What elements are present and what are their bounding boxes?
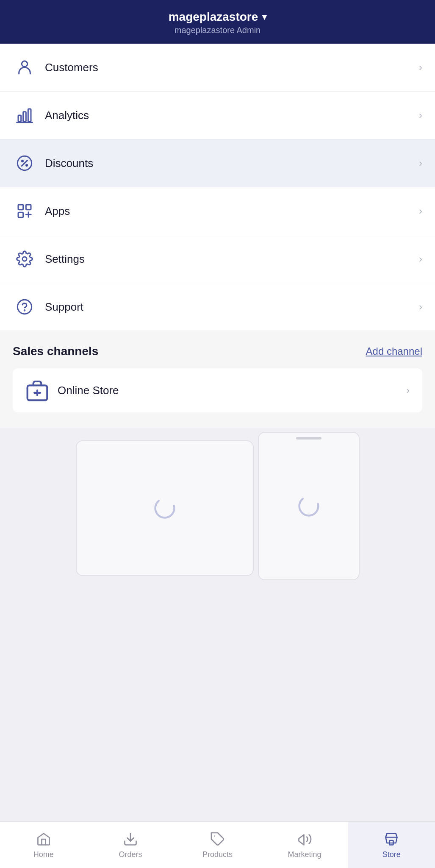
products-icon (209, 831, 226, 848)
svg-rect-2 (23, 112, 26, 122)
svg-point-15 (17, 300, 31, 314)
sidebar-item-online-store[interactable]: Online Store › (13, 368, 422, 412)
store-preview-area (0, 428, 435, 821)
main-menu: Customers › Analytics › Discounts › (0, 44, 435, 331)
sidebar-item-apps[interactable]: Apps › (0, 187, 435, 235)
analytics-chevron-icon: › (419, 109, 422, 121)
tab-products-label: Products (202, 850, 233, 859)
svg-rect-1 (18, 115, 21, 122)
settings-icon (13, 247, 36, 271)
store-icon (383, 831, 400, 848)
svg-point-7 (22, 160, 23, 161)
desktop-preview (76, 440, 254, 576)
store-subtitle: mageplazastore Admin (8, 25, 427, 35)
settings-label: Settings (45, 253, 419, 266)
store-name-row[interactable]: mageplazastore ▾ (8, 10, 427, 24)
apps-label: Apps (45, 205, 419, 218)
sales-channels-header: Sales channels Add channel (13, 345, 422, 358)
apps-chevron-icon: › (419, 205, 422, 217)
sidebar-item-customers[interactable]: Customers › (0, 44, 435, 92)
tab-store-label: Store (382, 850, 401, 859)
customers-icon (13, 56, 36, 79)
svg-point-20 (155, 499, 174, 518)
customers-chevron-icon: › (419, 61, 422, 73)
svg-point-0 (22, 61, 27, 67)
svg-rect-9 (18, 205, 23, 210)
sidebar-item-settings[interactable]: Settings › (0, 235, 435, 283)
tab-bar: Home Orders Products (0, 821, 435, 868)
customers-label: Customers (45, 61, 419, 74)
svg-point-21 (299, 497, 318, 516)
discounts-chevron-icon: › (419, 157, 422, 169)
support-label: Support (45, 300, 419, 314)
svg-rect-11 (18, 212, 23, 217)
home-icon (35, 831, 52, 848)
settings-chevron-icon: › (419, 253, 422, 265)
tab-home-label: Home (33, 850, 54, 859)
svg-point-8 (26, 164, 27, 166)
analytics-label: Analytics (45, 109, 419, 122)
svg-point-14 (22, 257, 27, 261)
sidebar-item-discounts[interactable]: Discounts › (0, 139, 435, 187)
support-icon (13, 295, 36, 319)
tab-products[interactable]: Products (174, 822, 261, 868)
mobile-loading-spinner (297, 494, 321, 518)
tab-home[interactable]: Home (0, 822, 87, 868)
tab-orders-label: Orders (119, 850, 142, 859)
desktop-loading-spinner (153, 496, 177, 520)
store-name: mageplazastore (169, 10, 258, 24)
svg-marker-24 (299, 835, 304, 845)
dropdown-chevron-icon[interactable]: ▾ (262, 12, 266, 22)
mobile-preview (258, 432, 360, 580)
online-store-icon (25, 378, 49, 402)
sales-channels-title: Sales channels (13, 345, 98, 358)
tab-marketing[interactable]: Marketing (261, 822, 348, 868)
discounts-label: Discounts (45, 157, 419, 170)
support-chevron-icon: › (419, 301, 422, 313)
analytics-icon (13, 103, 36, 127)
sidebar-item-analytics[interactable]: Analytics › (0, 92, 435, 139)
marketing-icon (296, 831, 313, 848)
orders-icon (122, 831, 139, 848)
svg-rect-10 (26, 205, 31, 210)
online-store-chevron-icon: › (406, 384, 410, 396)
sales-channels-section: Sales channels Add channel Online Store … (0, 331, 435, 428)
svg-point-16 (24, 310, 25, 311)
sidebar-item-support[interactable]: Support › (0, 283, 435, 331)
tab-orders[interactable]: Orders (87, 822, 174, 868)
apps-icon (13, 199, 36, 223)
online-store-label: Online Store (58, 384, 406, 397)
tab-store[interactable]: Store (348, 822, 435, 868)
svg-rect-3 (28, 109, 31, 122)
tab-marketing-label: Marketing (288, 850, 321, 859)
add-channel-button[interactable]: Add channel (366, 345, 422, 357)
discounts-icon (13, 151, 36, 175)
app-header: mageplazastore ▾ mageplazastore Admin (0, 0, 435, 44)
